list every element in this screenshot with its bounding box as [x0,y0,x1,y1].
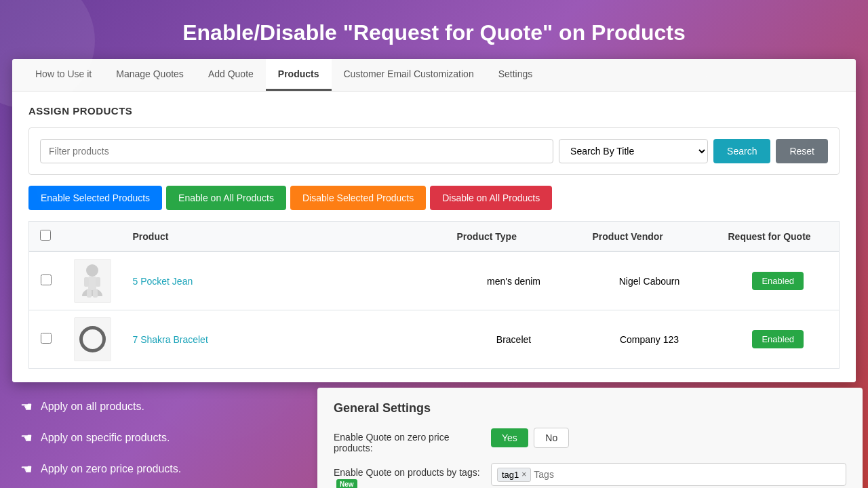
bottom-section: ☚ Apply on all products. ☚ Apply on spec… [0,382,868,488]
arrow-icon-2: ☚ [20,430,33,446]
enable-all-button[interactable]: Enable on All Products [166,186,286,210]
select-all-checkbox[interactable] [40,230,51,241]
product-vendor-1: Nigel Cabourn [582,251,717,310]
search-by-select[interactable]: Search By Title [559,139,708,163]
main-card: How to Use it Manage Quotes Add Quote Pr… [12,59,856,382]
left-panel-item-3: ☚ Apply on zero price products. [20,461,292,477]
col-header-product: Product [122,222,446,252]
arrow-icon-3: ☚ [20,461,33,477]
search-button[interactable]: Search [713,139,770,163]
products-table: Product Product Type Product Vendor Requ… [28,221,840,369]
disable-all-button[interactable]: Disable on All Products [430,186,552,210]
col-header-type: Product Type [446,222,582,252]
left-panel-item-1: ☚ Apply on all products. [20,399,292,415]
svg-rect-4 [87,289,92,298]
tag-chip-label: tag1 [502,470,519,480]
enable-tags-text-input[interactable] [534,469,840,480]
left-panel-text-2: Apply on specific products. [41,432,170,444]
no-button[interactable]: No [534,428,569,448]
enable-tags-controls: tag1 × Note:** This setting is used when… [491,463,846,488]
zero-price-controls: Yes No [491,428,846,448]
svg-rect-5 [93,289,98,298]
rfq-status-badge-1[interactable]: Enabled [752,272,804,290]
svg-rect-2 [84,277,89,287]
row-checkbox-1[interactable] [41,274,52,285]
yes-button[interactable]: Yes [491,428,528,447]
tab-how-to-use[interactable]: How to Use it [23,59,104,91]
tab-content-products: ASSIGN PRODUCTS Search By Title Search R… [12,92,856,382]
settings-title: General Settings [334,401,846,415]
left-panel: ☚ Apply on all products. ☚ Apply on spec… [0,382,312,488]
table-row: 7 Shakra BraceletBraceletCompany 123Enab… [29,310,840,369]
tab-settings[interactable]: Settings [486,59,545,91]
settings-row-enable-tags: Enable Quote on products by tags: New ta… [334,463,846,488]
general-settings-panel: General Settings Enable Quote on zero pr… [317,388,863,488]
col-header-rfq: Request for Quote [717,222,840,252]
tab-customer-email[interactable]: Customer Email Customization [332,59,486,91]
filter-row: Search By Title Search Reset [28,127,840,175]
enable-tags-label: Enable Quote on products by tags: New [334,463,483,488]
svg-rect-1 [88,277,96,290]
svg-rect-3 [96,277,100,287]
tag-chip-remove[interactable]: × [521,470,526,479]
col-header-vendor: Product Vendor [582,222,717,252]
section-title: ASSIGN PRODUCTS [28,105,840,117]
rfq-status-badge-2[interactable]: Enabled [752,330,804,348]
tab-products[interactable]: Products [266,59,332,91]
tab-add-quote[interactable]: Add Quote [196,59,266,91]
table-row: 5 Pocket Jeanmen's denimNigel CabournEna… [29,251,840,310]
product-type-2: Bracelet [446,310,582,369]
left-panel-item-2: ☚ Apply on specific products. [20,430,292,446]
tab-manage-quotes[interactable]: Manage Quotes [104,59,196,91]
tab-bar: How to Use it Manage Quotes Add Quote Pr… [12,59,856,92]
arrow-icon-1: ☚ [20,399,33,415]
page-title: Enable/Disable "Request for Quote" on Pr… [0,0,868,59]
product-vendor-2: Company 123 [582,310,717,369]
action-buttons: Enable Selected Products Enable on All P… [28,186,840,210]
row-checkbox-2[interactable] [41,333,52,344]
product-type-1: men's denim [446,251,582,310]
disable-selected-button[interactable]: Disable Selected Products [290,186,426,210]
tag-chip-tag1: tag1 × [497,468,531,482]
reset-button[interactable]: Reset [776,139,828,163]
settings-row-zero-price: Enable Quote on zero price products: Yes… [334,428,846,453]
enable-selected-button[interactable]: Enable Selected Products [28,186,162,210]
enable-tags-input-container[interactable]: tag1 × [491,463,846,486]
svg-point-6 [81,328,104,351]
filter-products-input[interactable] [40,139,553,163]
product-link-2[interactable]: 7 Shakra Bracelet [133,334,208,345]
product-image-2 [74,317,111,361]
product-link-1[interactable]: 5 Pocket Jean [133,276,193,287]
zero-price-label: Enable Quote on zero price products: [334,428,483,453]
svg-point-0 [86,264,98,277]
left-panel-text-1: Apply on all products. [41,401,144,413]
enable-tags-new-badge: New [336,479,357,488]
product-image-1 [74,259,111,303]
left-panel-text-3: Apply on zero price products. [41,463,181,475]
